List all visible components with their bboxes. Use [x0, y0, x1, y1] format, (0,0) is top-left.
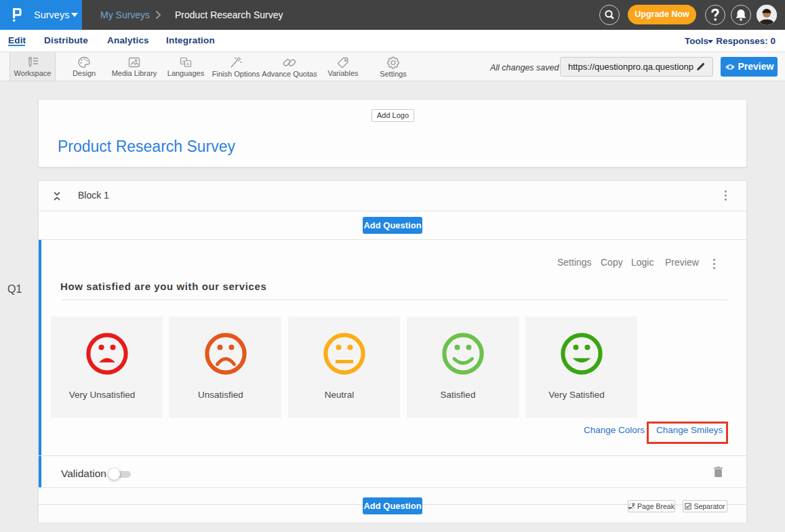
svg-text:x: x: [182, 59, 185, 64]
svg-text:A: A: [186, 62, 190, 66]
